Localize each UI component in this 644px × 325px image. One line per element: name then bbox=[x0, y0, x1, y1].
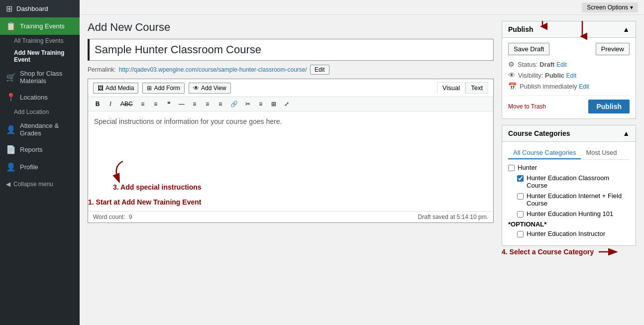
save-draft-button[interactable]: Save Draft bbox=[508, 43, 549, 55]
add-form-button[interactable]: ⊞ Add Form bbox=[142, 83, 185, 94]
italic-button[interactable]: I bbox=[105, 99, 116, 109]
bold-button[interactable]: B bbox=[92, 99, 103, 109]
align-right-button[interactable]: ≡ bbox=[215, 99, 226, 109]
sidebar-item-collapse[interactable]: ◀ Collapse menu bbox=[0, 178, 80, 191]
unlink-button[interactable]: ✂ bbox=[242, 99, 253, 109]
add-view-icon: 👁 bbox=[193, 85, 199, 92]
cat-checkbox-instructor[interactable] bbox=[517, 231, 524, 237]
strikethrough-button[interactable]: ABC bbox=[118, 99, 135, 109]
editor-area: 🖼 Add Media ⊞ Add Form 👁 Add View Visual… bbox=[88, 79, 494, 223]
categories-header: Course Categories ▲ bbox=[502, 125, 636, 142]
add-media-label: Add Media bbox=[106, 85, 134, 92]
profile-icon: 👤 bbox=[6, 162, 16, 172]
publish-time-row: 📅 Publish immediately Edit bbox=[508, 82, 630, 90]
collapse-icon: ◀ bbox=[6, 181, 10, 188]
draft-saved: Draft saved at 5:14:10 pm. bbox=[418, 214, 488, 220]
screen-options-label: Screen Options bbox=[587, 4, 628, 11]
cat-item-hunter: Hunter bbox=[508, 164, 630, 171]
sidebar-item-attendance[interactable]: 👤 Attendance & Grades bbox=[0, 118, 80, 141]
ul-button[interactable]: ≡ bbox=[137, 99, 148, 109]
tab-text[interactable]: Text bbox=[465, 82, 488, 94]
word-count-display: Word count: 9 bbox=[93, 214, 132, 220]
publish-actions-top: Save Draft Preview bbox=[508, 43, 630, 55]
arrow-4-icon bbox=[598, 247, 618, 257]
publish-box: 5. Preview 6. Publish bbox=[502, 21, 636, 119]
add-view-button[interactable]: 👁 Add View bbox=[189, 83, 230, 94]
status-edit-link[interactable]: Edit bbox=[556, 61, 567, 68]
cat-checkbox-classroom[interactable] bbox=[517, 175, 524, 182]
move-to-trash-link[interactable]: Move to Trash bbox=[508, 103, 546, 110]
reports-icon: 📄 bbox=[6, 145, 16, 154]
status-row: ⚙ Status: Draft Edit bbox=[508, 60, 630, 68]
sidebar: ⊞ Dashboard 📋 Training Events All Traini… bbox=[0, 0, 80, 325]
screen-options-button[interactable]: Screen Options ▾ bbox=[582, 2, 638, 12]
page-title: Add New Course bbox=[88, 21, 494, 34]
left-panel: Add New Course 2. Enter the course title bbox=[88, 21, 494, 325]
attendance-icon: 👤 bbox=[6, 125, 16, 134]
right-panel: 5. Preview 6. Publish bbox=[502, 21, 636, 325]
publish-button[interactable]: Publish bbox=[588, 100, 630, 113]
annotation-1: 1. Start at Add New Training Event bbox=[88, 198, 201, 206]
sidebar-item-dashboard[interactable]: ⊞ Dashboard bbox=[0, 0, 80, 17]
sidebar-item-training-events[interactable]: 📋 Training Events bbox=[0, 17, 80, 35]
preview-button[interactable]: Preview bbox=[596, 43, 630, 55]
shop-icon: 🛒 bbox=[6, 73, 16, 82]
permalink-url[interactable]: http://qadev03.wpengine.com/course/sampl… bbox=[119, 66, 307, 73]
permalink-bar: Permalink: http://qadev03.wpengine.com/c… bbox=[88, 65, 494, 75]
cat-checkbox-internet[interactable] bbox=[517, 193, 524, 200]
sidebar-label-shop: Shop for Class Materials bbox=[20, 70, 74, 85]
tab-all-categories[interactable]: All Course Categories bbox=[508, 147, 581, 159]
collapse-publish-icon[interactable]: ▲ bbox=[623, 25, 630, 33]
sidebar-item-reports[interactable]: 📄 Reports bbox=[0, 141, 80, 158]
main-area: Screen Options ▾ Add New Course 2. Enter… bbox=[80, 0, 644, 325]
sidebar-label-collapse: Collapse menu bbox=[13, 181, 53, 188]
align-center-button[interactable]: ≡ bbox=[202, 99, 213, 109]
sidebar-item-shop[interactable]: 🛒 Shop for Class Materials bbox=[0, 66, 80, 89]
editor-body[interactable]: Special instructions or information for … bbox=[88, 111, 493, 211]
visibility-edit-link[interactable]: Edit bbox=[566, 72, 577, 79]
table-button[interactable]: ⊞ bbox=[268, 99, 279, 109]
dashboard-icon: ⊞ bbox=[6, 4, 12, 13]
tab-visual[interactable]: Visual bbox=[437, 82, 465, 94]
insert-button[interactable]: ≡ bbox=[255, 99, 266, 109]
visibility-icon: 👁 bbox=[508, 71, 515, 79]
cat-checkbox-hunting101[interactable] bbox=[517, 211, 524, 217]
status-icon: ⚙ bbox=[508, 60, 515, 68]
cat-label-classroom: Hunter Education Classroom Course bbox=[527, 174, 630, 189]
content-area: Add New Course 2. Enter the course title bbox=[80, 15, 644, 325]
sidebar-item-profile[interactable]: 👤 Profile bbox=[0, 158, 80, 176]
calendar-icon: 📅 bbox=[508, 82, 517, 90]
publish-bottom: Move to Trash Publish bbox=[508, 95, 630, 113]
sidebar-label-add-new: Add New Training Event bbox=[14, 49, 64, 63]
categories-title: Course Categories bbox=[508, 129, 570, 137]
sidebar-label-training-events: Training Events bbox=[20, 22, 65, 30]
permalink-edit-button[interactable]: Edit bbox=[310, 65, 329, 75]
publish-time-label: Publish immediately Edit bbox=[520, 83, 589, 90]
sidebar-item-all-training-events[interactable]: All Training Events bbox=[0, 35, 80, 47]
cat-checkbox-hunter[interactable] bbox=[508, 165, 515, 171]
collapse-categories-icon[interactable]: ▲ bbox=[623, 129, 630, 137]
blockquote-button[interactable]: ❝ bbox=[163, 99, 174, 109]
hr-button[interactable]: — bbox=[176, 99, 187, 109]
add-media-button[interactable]: 🖼 Add Media bbox=[93, 83, 138, 94]
publish-time-edit-link[interactable]: Edit bbox=[579, 83, 589, 90]
sidebar-item-add-new[interactable]: Add New Training Event bbox=[0, 47, 80, 66]
sidebar-label-attendance: Attendance & Grades bbox=[20, 122, 74, 137]
editor-header: 🖼 Add Media ⊞ Add Form 👁 Add View Visual… bbox=[88, 79, 493, 97]
sidebar-item-locations[interactable]: 📍 Locations bbox=[0, 89, 80, 106]
cat-tabs: All Course Categories Most Used bbox=[508, 147, 630, 160]
categories-list: Hunter Hunter Education Classroom Course… bbox=[508, 164, 630, 240]
sidebar-item-add-location[interactable]: Add Location bbox=[0, 106, 80, 118]
tab-most-used[interactable]: Most Used bbox=[581, 147, 622, 159]
fullscreen-button[interactable]: ⤢ bbox=[281, 99, 292, 109]
align-left-button[interactable]: ≡ bbox=[189, 99, 200, 109]
course-title-input[interactable] bbox=[90, 39, 493, 60]
editor-footer: Word count: 9 Draft saved at 5:14:10 pm. bbox=[88, 211, 493, 222]
word-count-value: 9 bbox=[129, 214, 132, 220]
ol-button[interactable]: ≡ bbox=[150, 99, 161, 109]
status-label: Status: Draft Edit bbox=[518, 61, 567, 68]
sidebar-label-add-location: Add Location bbox=[14, 108, 49, 115]
link-button[interactable]: 🔗 bbox=[228, 99, 240, 109]
cat-label-hunter: Hunter bbox=[518, 164, 537, 171]
add-form-icon: ⊞ bbox=[147, 85, 152, 92]
